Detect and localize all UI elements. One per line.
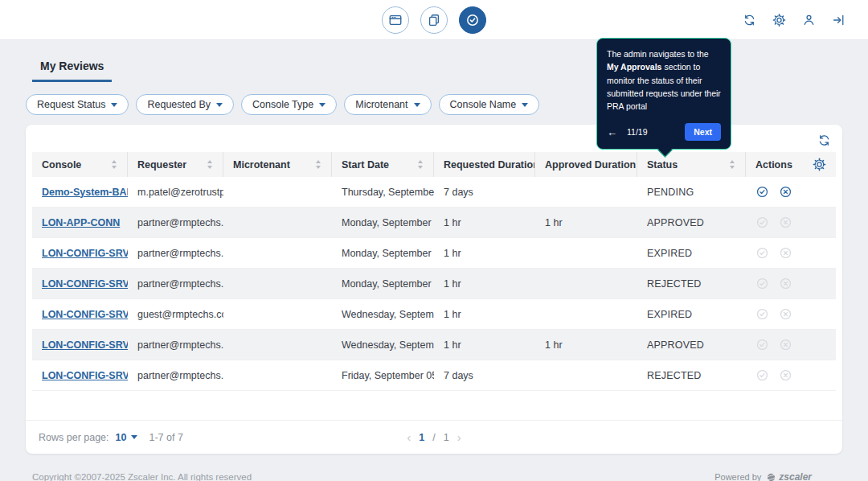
reject-request-icon[interactable]	[779, 185, 792, 199]
reject-request-icon	[779, 246, 792, 260]
approve-request-icon	[755, 216, 769, 229]
sign-out-icon[interactable]	[832, 13, 845, 27]
cell-microtenant	[223, 299, 332, 329]
cell-actions	[746, 208, 836, 237]
cell-console: Demo-System-BAN-ES-H	[32, 177, 128, 207]
column-settings-gear-icon[interactable]	[813, 158, 826, 171]
column-label: Requester	[137, 159, 186, 171]
sort-icon[interactable]	[729, 159, 735, 170]
cell-console: LON-CONFIG-SRV	[32, 238, 128, 268]
cell-console: LON-CONFIG-SRV	[32, 269, 128, 298]
cell-requester: guest@rmptechs.com	[128, 299, 223, 329]
table-row: LON-CONFIG-SRVpartner@rmptechs.comMonday…	[32, 269, 836, 299]
filter-chip-request-status[interactable]: Request Status	[26, 94, 129, 115]
page-separator: /	[432, 432, 435, 443]
console-window-icon[interactable]	[382, 6, 409, 34]
cell-approved-duration: 1 hr	[535, 330, 637, 360]
table-header-row: ConsoleRequesterMicrotenantStart DateReq…	[32, 152, 836, 177]
cell-actions	[746, 299, 836, 329]
filter-chip-requested-by[interactable]: Requested By	[136, 94, 234, 115]
cell-requested-duration: 7 days	[434, 177, 535, 207]
filter-chip-console-type[interactable]: Console Type	[241, 94, 337, 115]
next-page-button[interactable]: ›	[457, 431, 461, 443]
column-header-console[interactable]: Console	[32, 152, 128, 177]
column-label: Approved Duration	[545, 159, 636, 171]
cell-requested-duration: 1 hr	[434, 208, 535, 237]
cell-actions	[746, 330, 836, 360]
cell-status: PENDING	[637, 177, 746, 207]
filter-chip-microtenant[interactable]: Microtenant	[344, 94, 431, 115]
column-label: Start Date	[342, 159, 389, 171]
console-link[interactable]: Demo-System-BAN-ES-H	[42, 187, 128, 198]
table-refresh-icon[interactable]	[817, 134, 831, 147]
chevron-down-icon	[319, 103, 326, 107]
table-row: Demo-System-BAN-ES-Hm.patel@zerotrustpra…	[32, 177, 836, 208]
cell-start-date: Wednesday, Septembe...	[332, 299, 434, 329]
cell-actions	[746, 269, 836, 298]
console-link[interactable]: LON-CONFIG-SRV	[42, 248, 128, 259]
cell-start-date: Monday, September 15...	[332, 269, 434, 298]
filter-chip-label: Console Name	[450, 99, 517, 110]
cell-actions	[746, 360, 836, 390]
chevron-down-icon	[414, 103, 420, 107]
sort-icon[interactable]	[207, 159, 213, 170]
console-link[interactable]: LON-CONFIG-SRV	[42, 339, 128, 351]
console-link[interactable]: LON-APP-CONN	[42, 217, 120, 228]
console-link[interactable]: LON-CONFIG-SRV	[42, 370, 128, 381]
sort-icon[interactable]	[315, 159, 321, 170]
cell-status: REJECTED	[637, 360, 746, 390]
filter-chip-console-name[interactable]: Console Name	[439, 94, 540, 115]
reviews-card: ConsoleRequesterMicrotenantStart DateReq…	[26, 125, 842, 454]
tour-back-button[interactable]: ←	[607, 126, 617, 138]
cell-microtenant	[223, 177, 332, 207]
column-header-requester[interactable]: Requester	[128, 152, 223, 177]
current-page[interactable]: 1	[419, 432, 424, 443]
tour-tooltip-text: The admin navigates to the My Approvals …	[607, 47, 721, 113]
sort-icon[interactable]	[417, 159, 424, 170]
cell-microtenant	[223, 238, 332, 268]
approve-request-icon	[755, 277, 769, 290]
cell-start-date: Wednesday, Septembe...	[332, 330, 434, 360]
column-header-start-date[interactable]: Start Date	[332, 152, 434, 177]
tab-my-reviews[interactable]: My Reviews	[32, 60, 112, 82]
approvals-table: ConsoleRequesterMicrotenantStart DateReq…	[32, 152, 836, 391]
console-link[interactable]: LON-CONFIG-SRV	[42, 278, 128, 290]
rows-per-page-label: Rows per page:	[39, 432, 109, 443]
table-body: Demo-System-BAN-ES-Hm.patel@zerotrustpra…	[32, 177, 836, 391]
filter-chip-label: Microtenant	[355, 99, 407, 110]
topbar-center-icons	[382, 6, 486, 34]
settings-icon[interactable]	[772, 13, 786, 27]
tour-step-counter: 11/19	[627, 127, 648, 137]
column-header-requested-duration[interactable]: Requested Duration	[434, 152, 535, 177]
console-link[interactable]: LON-CONFIG-SRV	[42, 309, 128, 320]
column-header-microtenant[interactable]: Microtenant	[223, 152, 332, 177]
approvals-icon[interactable]	[459, 6, 486, 34]
cell-status: EXPIRED	[637, 238, 746, 268]
powered-by-label: Powered by	[714, 472, 761, 481]
refresh-icon[interactable]	[743, 13, 756, 27]
table-empty-space	[26, 391, 842, 420]
copy-sessions-icon[interactable]	[420, 6, 448, 34]
tour-next-button[interactable]: Next	[685, 123, 721, 141]
reject-request-icon	[779, 368, 792, 382]
user-icon[interactable]	[802, 13, 816, 27]
rows-per-page-select[interactable]: 10	[116, 432, 138, 443]
prev-page-button[interactable]: ‹	[407, 431, 411, 443]
cell-requester: partner@rmptechs.com	[128, 269, 223, 298]
cell-requested-duration: 7 days	[434, 360, 535, 390]
column-header-status[interactable]: Status	[637, 152, 746, 177]
cell-microtenant	[223, 269, 332, 298]
cell-requester: partner@rmptechs.com	[128, 360, 223, 390]
cell-approved-duration: 1 hr	[535, 208, 637, 237]
zscaler-logo: zscaler	[766, 471, 812, 481]
cell-requester: partner@rmptechs.com	[128, 330, 223, 360]
reject-request-icon	[779, 338, 792, 352]
approve-request-icon[interactable]	[755, 185, 769, 199]
column-header-approved-duration[interactable]: Approved Duration	[535, 152, 637, 177]
sort-icon[interactable]	[111, 159, 117, 170]
topbar-right-icons	[743, 13, 845, 27]
column-label: Console	[42, 159, 81, 171]
cell-approved-duration	[535, 238, 637, 268]
cell-approved-duration	[535, 177, 637, 207]
cell-start-date: Friday, September 05 2...	[332, 360, 434, 390]
